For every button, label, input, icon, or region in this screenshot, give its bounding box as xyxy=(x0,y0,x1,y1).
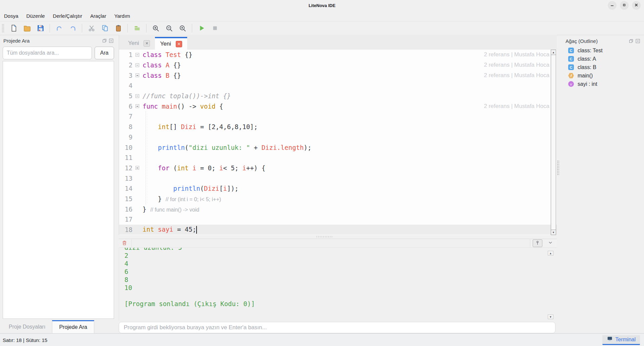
code-line-8[interactable]: 8 int[] Dizi = [2,4,6,8,10]; xyxy=(119,122,557,132)
editor-tabbar: Yeni✕Yeni✕ xyxy=(119,35,557,50)
menu-item-yardim[interactable]: Yardım xyxy=(114,13,130,19)
code-line-4[interactable]: 4 xyxy=(119,80,557,91)
fold-marker-icon[interactable] xyxy=(136,104,139,108)
menu-item-derle-calistir[interactable]: Derle/Çalıştır xyxy=(53,13,83,19)
copy-button[interactable] xyxy=(99,22,111,34)
code-line-11[interactable]: 11 xyxy=(119,153,557,163)
code-line-9[interactable]: 9 xyxy=(119,132,557,142)
toolbar-separator xyxy=(82,24,82,33)
collapse-console-button[interactable] xyxy=(546,239,555,247)
code-line-18[interactable]: 18int sayi = 45; xyxy=(119,225,557,235)
toolbar xyxy=(0,21,644,35)
code-text: class B {} xyxy=(143,72,181,79)
fold-marker-icon[interactable] xyxy=(136,94,139,98)
close-panel-icon[interactable] xyxy=(636,39,640,43)
code-line-10[interactable]: 10 println("dizi uzunluk: " + Dizi.lengt… xyxy=(119,142,557,153)
paste-button[interactable] xyxy=(112,22,124,34)
line-number: 2 xyxy=(119,61,132,69)
code-line-16[interactable]: 16} // func main() -> void xyxy=(119,204,557,214)
outline-item-main[interactable]: fmain() xyxy=(568,71,644,80)
editor-tab-2[interactable]: Yeni✕ xyxy=(155,37,187,50)
search-results-area[interactable] xyxy=(3,61,114,319)
program-input-field[interactable] xyxy=(119,322,555,333)
panel-tab-proje-dosyalar[interactable]: Proje Dosyaları xyxy=(2,320,52,333)
code-line-1[interactable]: 1class Test {}2 referans | Mustafa Hoca xyxy=(119,50,557,60)
editor-tab-1[interactable]: Yeni✕ xyxy=(123,37,155,50)
outline-panel-title: Ağaç (Outline) xyxy=(566,38,598,44)
var-symbol-icon: v xyxy=(568,81,574,87)
menubar: DosyaDüzenleDerle/ÇalıştırAraçlarYardım xyxy=(0,11,644,21)
panel-tab-projede-ara[interactable]: Projede Ara xyxy=(52,320,94,333)
terminal-button[interactable]: Terminal xyxy=(602,335,640,345)
reference-annotation: 2 referans | Mustafa Hoca xyxy=(484,50,549,60)
cursor-position-label: Satır: 18 | Sütun: 15 xyxy=(3,337,47,343)
run-button[interactable] xyxy=(196,22,207,34)
redo-button[interactable] xyxy=(67,22,78,34)
close-panel-icon[interactable] xyxy=(109,39,113,43)
toolbar-grip[interactable] xyxy=(2,24,5,33)
maximize-button[interactable] xyxy=(620,1,629,10)
menu-item-dosya[interactable]: Dosya xyxy=(4,13,18,19)
zoom-out-button[interactable] xyxy=(163,22,175,34)
line-number: 5 xyxy=(119,92,132,100)
code-text: int[] Dizi = [2,4,6,8,10]; xyxy=(143,123,258,130)
zoom-reset-button[interactable] xyxy=(177,22,189,34)
outline-item-sayi-int[interactable]: vsayi : int xyxy=(568,80,644,88)
outline-item-class-test[interactable]: Cclass: Test xyxy=(568,46,644,55)
scroll-up-arrow-icon[interactable]: ▲ xyxy=(551,50,556,55)
zoom-in-button[interactable] xyxy=(150,22,162,34)
horizontal-splitter-handle[interactable] xyxy=(316,236,333,238)
cut-button[interactable] xyxy=(86,22,97,34)
code-line-17[interactable]: 17 xyxy=(119,214,557,225)
code-line-14[interactable]: 14 println(Dizi[i]); xyxy=(119,183,557,194)
undo-button[interactable] xyxy=(53,22,65,34)
minimize-icon xyxy=(610,3,614,8)
float-panel-icon[interactable] xyxy=(629,39,633,43)
fold-marker-icon[interactable] xyxy=(136,63,139,67)
code-editor[interactable]: 1class Test {}2 referans | Mustafa Hoca2… xyxy=(119,50,557,235)
float-panel-icon[interactable] xyxy=(102,39,107,43)
copy-icon xyxy=(101,24,109,32)
fold-marker-icon[interactable] xyxy=(136,53,139,57)
scroll-down-arrow-icon[interactable]: ▼ xyxy=(551,230,556,235)
minimize-button[interactable] xyxy=(608,1,616,10)
search-input[interactable] xyxy=(3,47,92,59)
code-line-6[interactable]: 6func main() -> void {2 referans | Musta… xyxy=(119,101,557,111)
outline-item-class-a[interactable]: Cclass: A xyxy=(568,55,644,63)
outline-item-class-b[interactable]: Cclass: B xyxy=(568,63,644,71)
code-line-12[interactable]: 12 for (int i = 0; i< 5; i++) { xyxy=(119,163,557,173)
tab-close-icon[interactable]: ✕ xyxy=(144,40,150,47)
open-folder-button[interactable] xyxy=(21,22,33,34)
code-text: println(Dizi[i]); xyxy=(143,185,238,192)
code-text: class A {} xyxy=(143,61,181,69)
code-line-5[interactable]: 5//func topla())->int {} xyxy=(119,91,557,101)
tab-close-icon[interactable]: ✕ xyxy=(176,41,182,47)
clear-console-button[interactable] xyxy=(120,240,129,247)
new-file-button[interactable] xyxy=(8,22,19,34)
console-scroll-up-icon[interactable]: ▲ xyxy=(548,251,553,255)
fold-marker-icon[interactable] xyxy=(136,73,139,77)
format-list-button[interactable] xyxy=(131,22,143,34)
editor-scrollbar[interactable]: ▲ ▼ xyxy=(551,50,556,235)
outline-item-label: class: Test xyxy=(578,48,602,54)
pin-console-button[interactable] xyxy=(533,239,542,247)
save-button[interactable] xyxy=(35,22,46,34)
zoom-in-icon xyxy=(152,24,160,32)
menu-item-araclar[interactable]: Araçlar xyxy=(90,13,106,19)
code-line-2[interactable]: 2class A {}2 referans | Mustafa Hoca xyxy=(119,60,557,70)
menu-item-duzenle[interactable]: Düzenle xyxy=(26,13,45,19)
close-button[interactable] xyxy=(632,1,641,10)
fold-marker-icon[interactable] xyxy=(136,166,139,170)
code-line-3[interactable]: 3class B {}2 referans | Mustafa Hoca xyxy=(119,70,557,80)
code-line-7[interactable]: 7 xyxy=(119,111,557,122)
search-button[interactable]: Ara xyxy=(95,47,114,59)
outline-item-label: class: A xyxy=(578,56,596,62)
console-line: 8 xyxy=(124,276,557,284)
console-toolbar xyxy=(119,239,557,248)
console-scroll-down-icon[interactable]: ▼ xyxy=(548,314,553,319)
code-line-13[interactable]: 13 xyxy=(119,173,557,183)
vertical-splitter-handle[interactable] xyxy=(557,160,559,176)
stop-icon xyxy=(211,24,219,32)
code-line-15[interactable]: 15 } // for (int i = 0; i< 5; i++) xyxy=(119,194,557,204)
stop-button[interactable] xyxy=(209,22,221,34)
